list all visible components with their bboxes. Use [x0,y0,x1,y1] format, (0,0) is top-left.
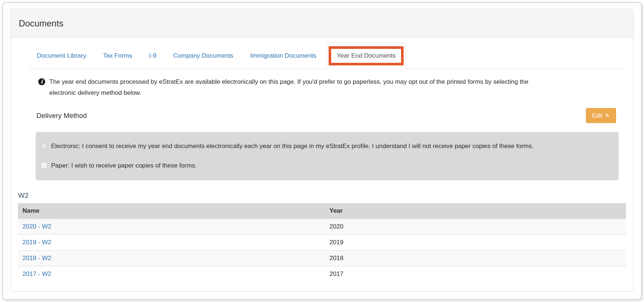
info-banner: i The year end documents processed by eS… [38,76,626,98]
table-row: 2019 - W2 2019 [18,235,626,251]
edit-button[interactable]: Edit ✎ [586,108,616,123]
w2-section-title: W2 [18,191,626,199]
tab-bar: Document Library Tax Forms I-9 Company D… [28,43,624,69]
year-cell: 2018 [325,251,626,266]
year-cell: 2019 [325,235,626,251]
paper-checkbox[interactable] [41,162,47,169]
w2-link-2020[interactable]: 2020 - W2 [22,223,51,230]
tab-tax-forms[interactable]: Tax Forms [94,43,140,69]
tab-year-end-documents-label: Year End Documents [337,52,396,59]
info-icon: i [38,78,45,85]
year-cell: 2020 [325,219,626,235]
w2-link-2018[interactable]: 2018 - W2 [22,255,51,262]
annotation-highlight-box: Year End Documents [329,46,404,65]
year-cell: 2017 [325,266,626,282]
panel-body: Document Library Tax Forms I-9 Company D… [11,37,633,291]
electronic-option-label: Electronic: I consent to receive my year… [51,141,534,151]
column-header-name: Name [18,203,325,219]
table-row: 2018 - W2 2018 [18,251,626,266]
delivery-method-header: Delivery Method Edit ✎ [36,108,616,123]
table-row: 2017 - W2 2017 [18,266,626,282]
delivery-method-title: Delivery Method [36,112,87,120]
tab-immigration-documents[interactable]: Immigration Documents [242,43,325,69]
w2-table: Name Year 2020 - W2 2020 2019 - W2 2019 … [18,203,626,282]
page-title: Documents [11,9,633,37]
w2-link-2019[interactable]: 2019 - W2 [22,239,51,246]
w2-link-2017[interactable]: 2017 - W2 [22,270,51,277]
documents-panel: Documents Document Library Tax Forms I-9… [10,9,634,292]
info-text: The year end documents processed by eStr… [49,76,544,98]
paper-option: Paper: I wish to receive paper copies of… [41,161,611,170]
pencil-icon: ✎ [605,112,610,119]
tab-year-end-documents[interactable]: Year End Documents [327,43,405,69]
table-row: 2020 - W2 2020 [18,219,626,235]
w2-table-header: Name Year [18,203,626,219]
tab-i9[interactable]: I-9 [141,43,165,69]
column-header-year: Year [325,203,626,219]
tab-document-library[interactable]: Document Library [28,43,94,69]
electronic-option: ✓ Electronic: I consent to receive my ye… [41,141,611,151]
delivery-options-well: ✓ Electronic: I consent to receive my ye… [36,132,619,180]
electronic-checkbox[interactable]: ✓ [41,143,47,149]
screenshot-frame: Documents Document Library Tax Forms I-9… [2,2,642,300]
tab-company-documents[interactable]: Company Documents [165,43,242,69]
edit-button-label: Edit [592,112,602,119]
paper-option-label: Paper: I wish to receive paper copies of… [51,161,197,170]
